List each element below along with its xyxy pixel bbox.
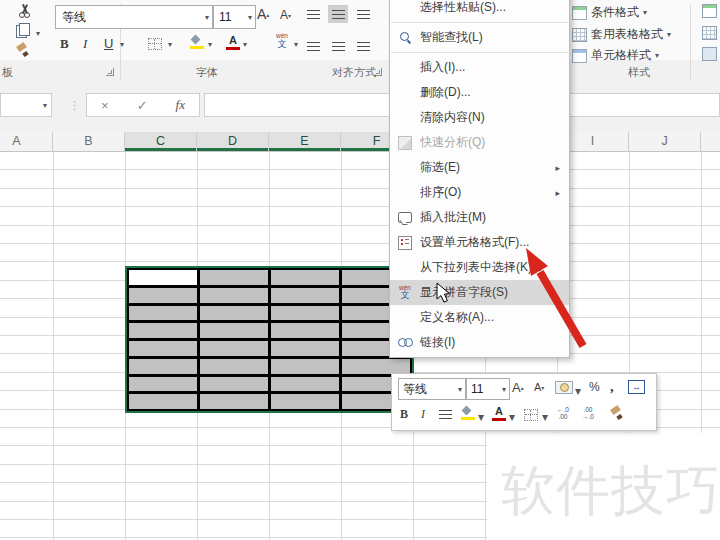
table-cell[interactable]: [200, 323, 268, 338]
name-box-dropdown[interactable]: ▾: [39, 101, 51, 110]
table-cell[interactable]: [200, 394, 268, 409]
table-cell[interactable]: [129, 288, 197, 303]
font-color-dropdown[interactable]: ▾: [243, 40, 247, 49]
mini-italic-button[interactable]: I: [421, 407, 425, 422]
phonetic-guide-button[interactable]: wén文: [276, 33, 288, 49]
table-cell[interactable]: [200, 359, 268, 374]
table-cell[interactable]: [200, 377, 268, 392]
table-cell[interactable]: [271, 288, 339, 303]
table-cell[interactable]: [342, 359, 410, 374]
copy-dropdown[interactable]: ▾: [36, 29, 40, 38]
delete-cells-button[interactable]: [702, 26, 717, 40]
insert-cells-button[interactable]: [702, 4, 717, 18]
table-cell[interactable]: [271, 306, 339, 321]
table-cell[interactable]: [129, 341, 197, 356]
column-header-b[interactable]: B: [53, 132, 125, 151]
mini-font-dropdown[interactable]: ▾: [455, 385, 465, 394]
middle-align-button[interactable]: [328, 5, 348, 23]
mini-font-name-box[interactable]: 等线▾: [398, 378, 466, 400]
mini-accounting-button[interactable]: [555, 381, 573, 394]
font-size-dropdown[interactable]: ▾: [245, 13, 255, 22]
conditional-formatting-button[interactable]: 条件格式 ▾: [572, 4, 647, 21]
column-header-k[interactable]: [701, 132, 720, 151]
table-cell[interactable]: [271, 270, 339, 285]
phonetic-dropdown[interactable]: ▾: [294, 40, 298, 49]
menu-item-smart-lookup[interactable]: 智能查找(L): [390, 25, 569, 50]
insert-function-button[interactable]: fx: [176, 97, 185, 113]
table-cell[interactable]: [271, 341, 339, 356]
menu-item-paste-special[interactable]: 选择性粘贴(S)...: [390, 0, 569, 20]
shrink-font-button[interactable]: A▾: [280, 8, 291, 22]
mini-increase-decimal-button[interactable]: .00→.0: [582, 407, 594, 420]
mini-grow-font-button[interactable]: A▴: [512, 380, 524, 395]
align-right-button[interactable]: [353, 37, 373, 55]
enter-button[interactable]: ✓: [137, 98, 148, 113]
column-header-c[interactable]: C: [125, 132, 197, 151]
mini-comma-button[interactable]: ,: [610, 378, 614, 395]
menu-item-format-cells[interactable]: 设置单元格格式(F)...: [390, 230, 569, 255]
table-cell[interactable]: [129, 394, 197, 409]
column-header-d[interactable]: D: [197, 132, 269, 151]
font-name-dropdown[interactable]: ▾: [202, 13, 212, 22]
active-cell[interactable]: [129, 270, 197, 285]
mini-fill-color-button[interactable]: [461, 406, 475, 420]
mini-decrease-decimal-button[interactable]: ←.0.00: [557, 407, 569, 420]
mini-center-button[interactable]: [439, 410, 452, 419]
mini-format-painter-button[interactable]: [610, 406, 622, 419]
mini-accounting-dropdown[interactable]: ▾: [575, 384, 581, 398]
column-header-e[interactable]: E: [269, 132, 341, 151]
table-cell[interactable]: [200, 270, 268, 285]
clipboard-dialog-launcher[interactable]: [106, 68, 114, 76]
mini-bold-button[interactable]: B: [400, 407, 408, 422]
underline-dropdown[interactable]: ▾: [120, 40, 124, 49]
menu-item-delete[interactable]: 删除(D)...: [390, 80, 569, 105]
table-cell[interactable]: [271, 323, 339, 338]
menu-item-define-name[interactable]: 定义名称(A)...: [390, 305, 569, 330]
table-cell[interactable]: [129, 359, 197, 374]
formula-bar-grip[interactable]: ⋮: [69, 99, 80, 112]
mini-shrink-font-button[interactable]: A▾: [534, 381, 544, 393]
selected-cell-range[interactable]: [125, 266, 414, 413]
menu-item-pick-from-list[interactable]: 从下拉列表中选择(K)...: [390, 255, 569, 280]
fill-color-dropdown[interactable]: ▾: [208, 40, 212, 49]
table-cell[interactable]: [200, 341, 268, 356]
underline-button[interactable]: U: [104, 36, 113, 51]
menu-item-clear-contents[interactable]: 清除内容(N): [390, 105, 569, 130]
menu-item-show-phonetic[interactable]: wén文显示拼音字段(S): [390, 280, 569, 305]
menu-item-link[interactable]: 链接(I): [390, 330, 569, 355]
table-cell[interactable]: [129, 323, 197, 338]
font-name-box[interactable]: 等线 ▾: [55, 5, 213, 29]
table-cell[interactable]: [271, 377, 339, 392]
grow-font-button[interactable]: A▴: [257, 6, 269, 22]
column-header-j[interactable]: J: [629, 132, 701, 151]
mini-fill-dropdown[interactable]: ▾: [478, 410, 484, 424]
format-painter-button[interactable]: [16, 43, 28, 56]
menu-item-insert-comment[interactable]: 插入批注(M): [390, 205, 569, 230]
mini-font-color-button[interactable]: A: [492, 406, 506, 421]
mini-percent-button[interactable]: %: [589, 380, 600, 394]
format-cells-ribbon-button[interactable]: [702, 47, 717, 61]
table-cell[interactable]: [271, 359, 339, 374]
copy-button[interactable]: [16, 25, 27, 38]
borders-button[interactable]: [148, 38, 162, 50]
format-as-table-button[interactable]: 套用表格格式 ▾: [572, 26, 671, 43]
font-color-button[interactable]: A: [226, 35, 240, 50]
cut-button[interactable]: [18, 4, 31, 18]
borders-dropdown[interactable]: ▾: [168, 40, 172, 49]
bold-button[interactable]: B: [60, 36, 69, 52]
table-cell[interactable]: [129, 306, 197, 321]
mini-size-dropdown[interactable]: ▾: [499, 385, 509, 394]
font-size-box[interactable]: 11 ▾: [213, 5, 256, 29]
align-left-button[interactable]: [303, 37, 323, 55]
italic-button[interactable]: I: [83, 36, 87, 52]
column-header-a[interactable]: A: [0, 132, 53, 151]
mini-borders-dropdown[interactable]: ▾: [542, 410, 548, 424]
table-cell[interactable]: [271, 394, 339, 409]
name-box[interactable]: ▾: [0, 93, 52, 117]
menu-item-insert[interactable]: 插入(I)...: [390, 55, 569, 80]
table-cell[interactable]: [200, 306, 268, 321]
table-cell[interactable]: [129, 377, 197, 392]
mini-borders-button[interactable]: [524, 409, 538, 421]
align-center-button[interactable]: [328, 37, 348, 55]
cancel-button[interactable]: ×: [101, 98, 109, 113]
